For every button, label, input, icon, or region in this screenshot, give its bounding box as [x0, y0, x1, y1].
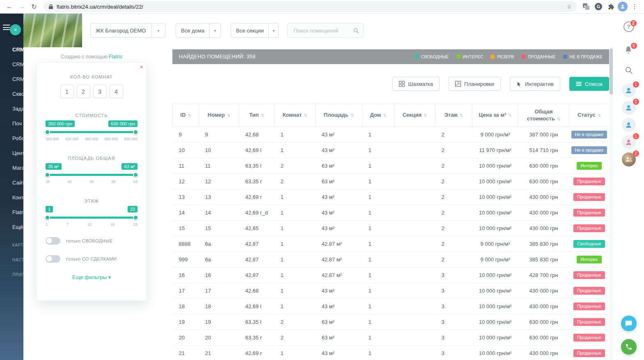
project-select[interactable]: ЖК Благород DEMO ▾ — [90, 23, 165, 38]
table-row[interactable]: 202063,35 r263 м²1310 000 грн/м²630 000 … — [173, 330, 610, 346]
avatar[interactable]: 1 — [622, 83, 636, 97]
sort-icon[interactable]: ⇅ — [304, 113, 307, 118]
scrollbar-thumb[interactable] — [610, 48, 613, 95]
table-row[interactable]: 181842,69 l143 м²1310 000 грн/м²430 000 … — [173, 299, 610, 314]
sort-icon[interactable]: ⇅ — [598, 113, 601, 118]
extension-g-icon[interactable]: G — [593, 1, 604, 12]
only-free-toggle[interactable]: только СВОБОДНЫЕ — [46, 237, 138, 245]
back-icon[interactable]: ← — [4, 1, 15, 12]
phone-widget-button[interactable] — [621, 339, 637, 355]
column-header[interactable]: Этаж⇅ — [435, 104, 472, 127]
column-header[interactable]: Общая стоимость⇅ — [518, 104, 569, 127]
table-row[interactable]: 151542,65143 м²1210 000 грн/м²430 000 гр… — [173, 221, 610, 236]
table-row[interactable]: 171742,68143 м²1310 000 грн/м²430 000 гр… — [173, 283, 610, 299]
sidebar-item[interactable]: Скво — [0, 87, 23, 102]
sidebar-item[interactable]: Зада — [0, 102, 23, 116]
sort-icon[interactable]: ⇅ — [227, 113, 230, 118]
column-header[interactable]: ID⇅ — [173, 104, 199, 127]
table-row[interactable]: 9996а42,87142.87 м²129 000 грн/м²385 830… — [173, 252, 610, 268]
sort-icon[interactable]: ⇅ — [383, 113, 386, 118]
column-header[interactable]: Тип⇅ — [239, 104, 275, 127]
table-row[interactable]: 131342,69 r143 м²1210 000 грн/м²430 000 … — [173, 189, 610, 205]
avatar[interactable]: 2 — [622, 152, 636, 166]
houses-select[interactable]: Все дома ▾ — [176, 23, 221, 38]
table-row[interactable]: 88886а42,87142.87 м²129 000 грн/м²385 83… — [173, 236, 610, 252]
sidebar-item[interactable]: Конт — [0, 190, 23, 205]
sidebar-item[interactable]: Flatris — [0, 205, 23, 220]
column-header[interactable]: Дом⇅ — [362, 104, 394, 127]
menu-close-button[interactable]: × — [10, 24, 21, 35]
help-icon[interactable]: ? 2 — [623, 21, 634, 32]
view-list-button[interactable]: Список — [569, 77, 609, 91]
table-row[interactable]: 111163,35 l263 м²1210 000 грн/м²630 000 … — [173, 158, 610, 174]
close-icon[interactable]: × — [140, 64, 143, 70]
sidebar-footer-item[interactable]: КАРТА — [0, 238, 23, 253]
view-floorplans-button[interactable]: Планировки — [449, 77, 501, 91]
sidebar-item[interactable]: CRM — [0, 57, 23, 72]
area-slider-handle-min[interactable] — [45, 172, 50, 178]
sidebar-item[interactable]: Ещё — [0, 220, 23, 235]
rooms-2-button[interactable]: 2 — [77, 85, 90, 98]
sort-icon[interactable]: ⇅ — [460, 113, 463, 118]
avatar[interactable]: 1 — [622, 101, 636, 115]
table-row[interactable]: 9942,68143 м²129 000 грн/м²387 000 грнНе… — [173, 127, 610, 143]
sidebar-item[interactable]: Мага — [0, 161, 23, 175]
translate-icon[interactable] — [581, 1, 591, 12]
price-slider-handle-min[interactable] — [45, 129, 50, 135]
area-slider[interactable] — [46, 174, 138, 176]
sort-icon[interactable]: ⇅ — [508, 113, 511, 118]
rooms-4-button[interactable]: 4 — [110, 85, 123, 98]
table-row[interactable]: 191963,35 l263 м²1310 000 грн/м²630 000 … — [173, 314, 610, 330]
column-header[interactable]: Площадь⇅ — [316, 104, 362, 127]
sidebar-item[interactable]: CRM — [0, 42, 23, 57]
sidebar-item[interactable]: Поч — [0, 116, 23, 131]
area-slider-handle-max[interactable] — [133, 172, 138, 178]
table-row[interactable]: 141442,69 r_d143 м²1210 000 грн/м²430 00… — [173, 205, 610, 221]
more-filters-link[interactable]: Еще фильтры ▾ — [46, 274, 138, 280]
table-row[interactable]: 121263,35 r263 м²1210 000 грн/м²630 000 … — [173, 174, 610, 189]
sort-icon[interactable]: ⇅ — [557, 117, 560, 121]
sections-select[interactable]: Все секции ▾ — [231, 23, 279, 38]
table-row[interactable]: 212142,69 r143 м²1310 000 грн/м²430 000 … — [173, 346, 610, 360]
sort-icon[interactable]: ⇅ — [261, 113, 264, 118]
sort-icon[interactable]: ⇅ — [188, 113, 191, 118]
sort-icon[interactable]: ⇅ — [424, 113, 427, 118]
sidebar-footer-item[interactable]: НАСТР — [0, 253, 23, 268]
search-input[interactable] — [293, 28, 353, 34]
table-row[interactable]: 101042,69 l143 м²1211 970 грн/м²514 710 … — [173, 143, 610, 158]
chat-widget-button[interactable] — [621, 316, 637, 331]
sort-icon[interactable]: ⇅ — [351, 113, 354, 118]
global-search-icon[interactable] — [625, 66, 633, 74]
hamburger-menu-icon[interactable] — [3, 25, 10, 30]
forward-icon[interactable]: → — [16, 1, 27, 12]
address-bar[interactable]: flatris.bitrix24.ua/crm/deal/details/22/… — [44, 1, 577, 12]
avatar[interactable]: 1 — [622, 135, 636, 149]
sidebar-item[interactable]: Робо — [0, 131, 23, 146]
rooms-1-button[interactable]: 1 — [60, 85, 74, 98]
sidebar-footer-item[interactable]: ПРИГ — [0, 268, 23, 282]
browser-profile-avatar[interactable] — [618, 2, 628, 12]
column-header[interactable]: Номер⇅ — [199, 104, 239, 127]
sidebar-item[interactable]: Сайт — [0, 175, 23, 190]
search-box[interactable] — [287, 23, 364, 38]
bookmark-star-icon[interactable]: ☆ — [566, 3, 572, 10]
toggle-switch[interactable] — [46, 255, 60, 263]
table-row[interactable]: 161642,87142.87 м²1310 000 грн/м²428 700… — [173, 268, 610, 283]
chevron-down-icon[interactable]: ▾ — [268, 23, 278, 37]
avatar[interactable] — [622, 118, 636, 132]
notifications-bell-icon[interactable]: 6 — [624, 45, 634, 55]
column-header[interactable]: Статус⇅ — [569, 104, 610, 127]
view-interactive-button[interactable]: Интерактив — [510, 77, 560, 91]
sidebar-item[interactable]: Цент — [0, 146, 23, 161]
chevron-down-icon[interactable]: ▾ — [151, 23, 165, 37]
floor-slider[interactable] — [46, 217, 138, 219]
view-chessboard-button[interactable]: Шахматка — [392, 77, 440, 91]
vertical-scrollbar[interactable] — [609, 47, 613, 360]
column-header[interactable]: Цена за м²⇅ — [472, 104, 518, 127]
price-slider-handle-max[interactable] — [133, 129, 138, 135]
extensions-puzzle-icon[interactable] — [605, 1, 616, 12]
column-header[interactable]: Комнат⇅ — [275, 104, 316, 127]
sidebar-item[interactable]: CRM — [0, 72, 23, 87]
price-slider[interactable] — [46, 131, 138, 133]
floor-slider-handle-max[interactable] — [133, 215, 138, 220]
